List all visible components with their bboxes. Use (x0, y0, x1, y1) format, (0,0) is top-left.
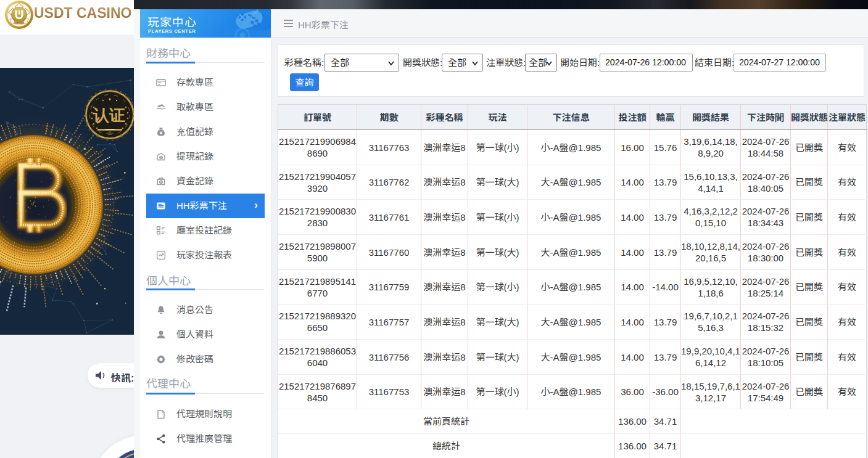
svg-text:认证: 认证 (93, 102, 125, 125)
svg-text:CASINO: CASINO (15, 22, 23, 24)
